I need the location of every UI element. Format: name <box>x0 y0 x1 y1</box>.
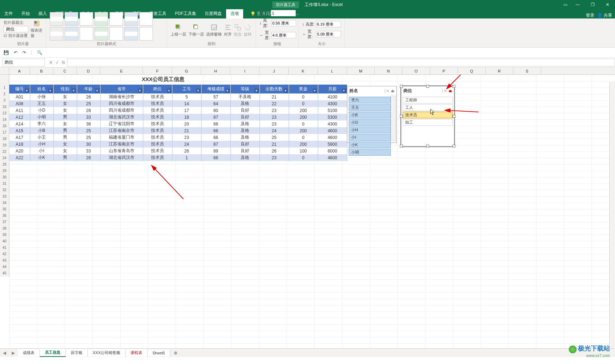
table-cell[interactable]: A11 <box>9 107 30 114</box>
table-cell[interactable]: 女 <box>53 141 77 148</box>
table-cell[interactable]: 25 <box>77 127 100 134</box>
name-box[interactable] <box>2 59 45 66</box>
table-cell[interactable]: 四川省成都市 <box>100 107 143 114</box>
tab-nav-next[interactable]: ▶ <box>9 350 18 355</box>
col-header-M[interactable]: M <box>347 68 375 74</box>
table-cell[interactable]: 18 <box>172 114 201 121</box>
table-cell[interactable]: A22 <box>9 154 30 161</box>
table-cell[interactable]: 0 <box>289 100 318 107</box>
table-cell[interactable]: 20 <box>172 121 201 127</box>
table-cell[interactable]: 23 <box>260 107 289 114</box>
col-header-P[interactable]: P <box>430 68 458 74</box>
table-cell[interactable]: 66 <box>201 121 230 127</box>
table-cell[interactable]: 30 <box>77 141 100 148</box>
table-cell[interactable]: 57 <box>201 93 230 100</box>
table-header[interactable]: 姓名▾ <box>30 85 53 93</box>
table-cell[interactable]: 14 <box>172 100 201 107</box>
table-cell[interactable]: 技术员 <box>143 107 172 114</box>
bring-forward-button[interactable]: 上移一层 <box>171 24 186 37</box>
table-header[interactable]: 省市▾ <box>100 85 143 93</box>
sheet-tab-员工信息[interactable]: 员工信息 <box>40 349 66 357</box>
table-cell[interactable]: 21 <box>260 93 289 100</box>
table-cell[interactable]: 小B <box>30 127 53 134</box>
table-cell[interactable]: 男 <box>53 134 77 141</box>
table-cell[interactable]: 0 <box>289 93 318 100</box>
align-button[interactable]: 对齐 <box>224 24 232 37</box>
filter-dropdown-icon[interactable]: ▾ <box>196 89 200 93</box>
table-cell[interactable]: 小K <box>30 154 53 161</box>
table-cell[interactable]: 24 <box>260 127 289 134</box>
row-header-17[interactable]: 17 <box>0 129 9 136</box>
col-header-N[interactable]: N <box>375 68 402 74</box>
slicer-scrollbar[interactable] <box>391 96 396 141</box>
table-cell[interactable]: 64 <box>201 100 230 107</box>
col-header-B[interactable]: B <box>30 68 53 74</box>
slicer-item[interactable]: 技术员 <box>403 112 453 118</box>
table-cell[interactable]: 男 <box>53 114 77 121</box>
row-header-43[interactable]: 43 <box>0 257 9 264</box>
table-cell[interactable]: A08 <box>9 100 30 107</box>
filter-dropdown-icon[interactable]: ▾ <box>95 89 100 93</box>
table-cell[interactable]: 4600 <box>318 127 347 134</box>
table-cell[interactable]: 200 <box>289 127 318 134</box>
table-cell[interactable]: A12 <box>9 114 30 121</box>
send-backward-button[interactable]: 下移一层 <box>188 24 204 37</box>
table-cell[interactable]: 0 <box>289 134 318 141</box>
table-cell[interactable]: 5900 <box>318 141 347 148</box>
row-header-36[interactable]: 36 <box>0 213 9 219</box>
row-header-22[interactable]: 22 <box>0 149 9 155</box>
table-cell[interactable]: 25 <box>77 100 100 107</box>
table-cell[interactable]: 26 <box>260 148 289 154</box>
slicer-caption-input[interactable] <box>4 26 28 32</box>
table-cell[interactable]: 5300 <box>318 114 347 121</box>
redo-icon[interactable]: ↷ <box>22 50 26 55</box>
col-header-D[interactable]: D <box>77 68 100 74</box>
group-button[interactable]: 组合 <box>234 24 242 37</box>
table-cell[interactable]: 28 <box>77 107 100 114</box>
table-cell[interactable]: 及格 <box>230 127 260 134</box>
table-cell[interactable]: 良好 <box>230 114 260 121</box>
slicer-item[interactable]: 小I <box>349 134 391 141</box>
table-cell[interactable]: 23 <box>260 154 289 161</box>
row-header-14[interactable]: 14 <box>0 117 9 123</box>
table-cell[interactable]: 22 <box>260 100 289 107</box>
table-cell[interactable]: 女 <box>53 148 77 154</box>
cancel-icon[interactable]: ✕ <box>49 60 53 65</box>
filter-dropdown-icon[interactable]: ▾ <box>284 89 288 93</box>
table-cell[interactable]: 良好 <box>230 141 260 148</box>
table-cell[interactable]: 89 <box>201 148 230 154</box>
filter-dropdown-icon[interactable]: ▾ <box>225 89 230 93</box>
minimize-button[interactable]: — <box>570 0 585 9</box>
table-cell[interactable]: 21 <box>260 141 289 148</box>
table-cell[interactable]: 良好 <box>230 107 260 114</box>
ribbon-tab-文件[interactable]: 文件 <box>0 9 17 18</box>
table-cell[interactable]: 26 <box>172 148 201 154</box>
table-cell[interactable]: 26 <box>77 93 100 100</box>
table-cell[interactable]: 小D <box>30 107 53 114</box>
table-cell[interactable]: 男 <box>53 127 77 134</box>
table-cell[interactable]: 小I <box>30 148 53 154</box>
table-cell[interactable]: 及格 <box>230 100 260 107</box>
table-cell[interactable]: 辽宁省沈阳市 <box>100 121 143 127</box>
table-cell[interactable]: 男 <box>53 154 77 161</box>
table-cell[interactable]: 技术员 <box>143 134 172 141</box>
close-button[interactable]: ✕ <box>600 0 615 9</box>
col-header-A[interactable]: A <box>9 68 30 74</box>
row-header-44[interactable]: 44 <box>0 264 9 270</box>
col-header-R[interactable]: R <box>486 68 513 74</box>
col-header-E[interactable]: E <box>100 68 143 74</box>
row-header-37[interactable]: 37 <box>0 219 9 225</box>
filter-dropdown-icon[interactable]: ▾ <box>138 89 142 93</box>
row-header-35[interactable]: 35 <box>0 206 9 213</box>
row-header-41[interactable]: 41 <box>0 245 9 251</box>
multi-select-icon[interactable]: ⋮≡ <box>383 89 389 93</box>
sheet-tab-课程表[interactable]: 课程表 <box>125 349 148 357</box>
table-cell[interactable]: 小明 <box>30 114 53 121</box>
col-header-F[interactable]: F <box>143 68 172 74</box>
slicer-item[interactable]: 小B <box>349 112 391 118</box>
filter-dropdown-icon[interactable]: ▾ <box>342 89 346 93</box>
table-header[interactable]: 月薪▾ <box>318 85 347 93</box>
table-cell[interactable]: 200 <box>289 141 318 148</box>
table-cell[interactable]: 女 <box>53 100 77 107</box>
row-header-40[interactable]: 40 <box>0 238 9 245</box>
